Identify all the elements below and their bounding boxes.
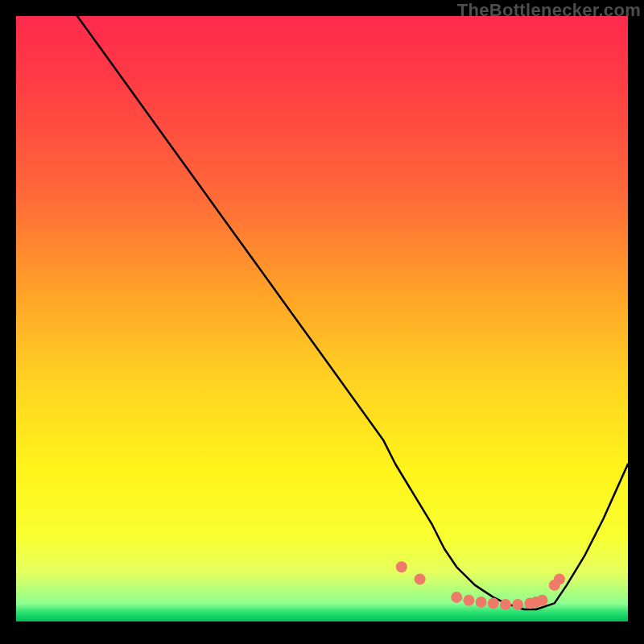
curve-marker <box>415 573 426 584</box>
curve-marker <box>537 595 548 606</box>
curve-marker <box>463 595 474 606</box>
curve-marker <box>512 599 523 610</box>
curve-marker <box>396 561 407 572</box>
curve-marker <box>500 599 511 610</box>
curve-line <box>77 16 628 609</box>
chart-svg <box>16 16 628 628</box>
chart-frame <box>16 16 628 628</box>
curve-marker <box>476 597 487 608</box>
marker-group <box>396 561 565 610</box>
curve-marker <box>451 592 462 603</box>
curve-marker <box>554 573 565 584</box>
curve-marker <box>488 597 499 609</box>
